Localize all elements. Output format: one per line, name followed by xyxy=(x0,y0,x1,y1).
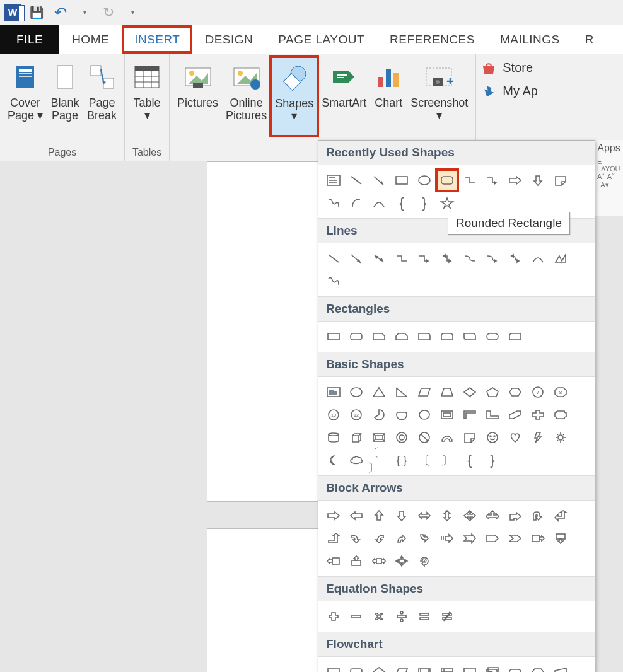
rect-9[interactable] xyxy=(504,325,527,348)
flow-multidoc[interactable] xyxy=(481,661,504,672)
cover-page-button[interactable]: Cover Page ▾ xyxy=(4,57,47,136)
basic-right-brace[interactable]: } xyxy=(481,449,504,472)
basic-pentagon[interactable] xyxy=(481,381,504,403)
shape-arc-right[interactable] xyxy=(345,192,368,214)
shape-arc[interactable] xyxy=(368,192,390,214)
block-curved-right[interactable] xyxy=(345,527,368,550)
shape-rectangle[interactable] xyxy=(390,169,413,192)
basic-heart[interactable] xyxy=(504,426,527,449)
block-quad-callout[interactable] xyxy=(390,550,413,572)
basic-lightning[interactable] xyxy=(527,426,549,449)
basic-teardrop[interactable] xyxy=(413,403,436,426)
rect-2[interactable] xyxy=(345,325,368,348)
customize-qat[interactable]: ▾ xyxy=(124,4,141,21)
basic-diamond[interactable] xyxy=(458,381,481,403)
basic-double-bracket[interactable]: 〔 〕 xyxy=(368,449,390,472)
basic-cube[interactable] xyxy=(345,426,368,449)
flow-preparation[interactable] xyxy=(527,661,549,672)
shape-arrow-line[interactable] xyxy=(368,169,390,192)
tab-home[interactable]: HOME xyxy=(59,25,122,54)
shape-line[interactable] xyxy=(345,169,368,192)
shape-scribble[interactable] xyxy=(322,192,345,214)
flow-alt-process[interactable] xyxy=(345,661,368,672)
flow-internal-storage[interactable] xyxy=(436,661,458,672)
page-break-button[interactable]: Page Break xyxy=(83,57,120,136)
basic-dodecagon[interactable]: 12 xyxy=(345,403,368,426)
basic-folded-corner[interactable] xyxy=(458,426,481,449)
block-down[interactable] xyxy=(390,504,413,527)
line-5[interactable] xyxy=(413,247,436,270)
block-circular[interactable] xyxy=(413,550,436,572)
eq-minus[interactable] xyxy=(345,605,368,628)
shapes-button[interactable]: Shapes ▾ xyxy=(271,57,318,136)
line-4[interactable] xyxy=(390,247,413,270)
block-striped-right[interactable] xyxy=(436,527,458,550)
block-bentup[interactable] xyxy=(322,527,345,550)
undo-button[interactable]: ↶ xyxy=(52,4,69,21)
shape-star[interactable] xyxy=(436,192,458,214)
basic-lshape[interactable] xyxy=(481,403,504,426)
block-bent[interactable] xyxy=(504,504,527,527)
line-1[interactable] xyxy=(322,247,345,270)
block-left[interactable] xyxy=(345,504,368,527)
screenshot-button[interactable]: + Screenshot ▾ xyxy=(407,57,472,136)
flow-predefined[interactable] xyxy=(413,661,436,672)
tab-page-layout[interactable]: PAGE LAYOUT xyxy=(265,25,377,54)
basic-can[interactable] xyxy=(322,426,345,449)
basic-no-symbol[interactable] xyxy=(413,426,436,449)
rect-1[interactable] xyxy=(322,325,345,348)
basic-smiley[interactable] xyxy=(481,426,504,449)
basic-donut[interactable] xyxy=(390,426,413,449)
block-leftrightup[interactable] xyxy=(481,504,504,527)
basic-sun[interactable] xyxy=(549,426,572,449)
block-right-callout[interactable] xyxy=(527,527,549,550)
line-6[interactable] xyxy=(436,247,458,270)
shape-down-arrow[interactable] xyxy=(527,169,549,192)
line-3[interactable] xyxy=(368,247,390,270)
undo-dropdown[interactable]: ▾ xyxy=(76,4,93,21)
basic-decagon[interactable]: 10 xyxy=(322,403,345,426)
block-left-callout[interactable] xyxy=(322,550,345,572)
shape-folded-corner[interactable] xyxy=(549,169,572,192)
line-scribble[interactable] xyxy=(322,270,345,293)
tab-references[interactable]: REFERENCES xyxy=(377,25,487,54)
line-curve[interactable] xyxy=(527,247,549,270)
flow-process[interactable] xyxy=(322,661,345,672)
basic-block-arc[interactable] xyxy=(436,426,458,449)
basic-hexagon[interactable] xyxy=(504,381,527,403)
basic-cloud[interactable] xyxy=(345,449,368,472)
block-curved-down[interactable] xyxy=(413,527,436,550)
table-button[interactable]: Table ▾ xyxy=(129,57,165,136)
rect-3[interactable] xyxy=(368,325,390,348)
shape-connector-elbow-arrow[interactable] xyxy=(481,169,504,192)
blank-page-button[interactable]: Blank Page xyxy=(47,57,83,136)
basic-rt-triangle[interactable] xyxy=(390,381,413,403)
basic-moon[interactable] xyxy=(322,449,345,472)
tab-design[interactable]: DESIGN xyxy=(192,25,265,54)
save-button[interactable]: 💾 xyxy=(28,4,45,21)
my-apps-button[interactable]: My Ap xyxy=(481,84,538,98)
shape-right-arrow[interactable] xyxy=(504,169,527,192)
block-quad[interactable] xyxy=(458,504,481,527)
block-leftup[interactable] xyxy=(549,504,572,527)
rect-8[interactable] xyxy=(481,325,504,348)
rect-4[interactable] xyxy=(390,325,413,348)
basic-triangle[interactable] xyxy=(368,381,390,403)
tab-insert[interactable]: INSERT xyxy=(122,25,192,54)
flow-document[interactable] xyxy=(458,661,481,672)
block-curved-left[interactable] xyxy=(368,527,390,550)
rect-6[interactable] xyxy=(436,325,458,348)
line-9[interactable] xyxy=(504,247,527,270)
tab-mailings[interactable]: MAILINGS xyxy=(487,25,573,54)
eq-divide[interactable] xyxy=(390,605,413,628)
block-leftright-callout[interactable] xyxy=(368,550,390,572)
block-uturn[interactable] xyxy=(527,504,549,527)
block-down-callout[interactable] xyxy=(549,527,572,550)
basic-plus[interactable] xyxy=(527,403,549,426)
shape-right-brace[interactable]: } xyxy=(413,192,436,214)
block-right[interactable] xyxy=(322,504,345,527)
flow-manual-input[interactable] xyxy=(549,661,572,672)
eq-plus[interactable] xyxy=(322,605,345,628)
shape-left-brace[interactable]: { xyxy=(390,192,413,214)
basic-left-brace[interactable]: { xyxy=(458,449,481,472)
